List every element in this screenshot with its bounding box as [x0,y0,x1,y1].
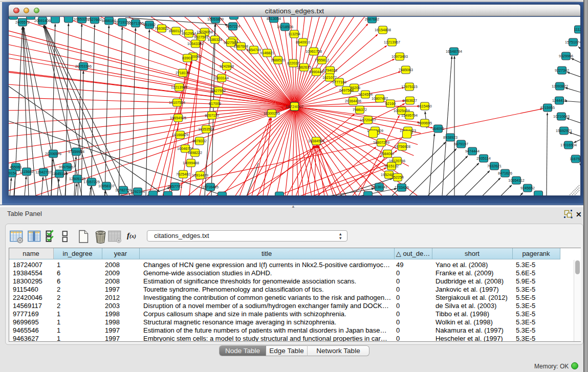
svg-text:8813054: 8813054 [267,17,281,21]
svg-text:6679197: 6679197 [454,141,468,146]
svg-text:7663822: 7663822 [155,26,169,30]
svg-text:8660124: 8660124 [169,28,183,33]
svg-text:10543382: 10543382 [187,41,204,46]
svg-text:455061: 455061 [10,164,22,169]
svg-text:16154808: 16154808 [375,27,391,32]
svg-text:12942737: 12942737 [35,169,52,174]
svg-text:15720407: 15720407 [360,117,376,122]
svg-text:9245652: 9245652 [520,185,535,190]
svg-text:10107554: 10107554 [169,100,185,104]
svg-text:19756928: 19756928 [394,144,410,148]
svg-text:16671355: 16671355 [127,20,144,25]
svg-text:20206576: 20206576 [45,151,61,156]
svg-text:751552: 751552 [143,22,156,27]
svg-text:7986372: 7986372 [353,107,367,112]
svg-text:2718176: 2718176 [176,70,190,75]
svg-text:2803144: 2803144 [214,75,229,80]
svg-text:1292344: 1292344 [130,189,145,193]
svg-text:7955812: 7955812 [315,57,329,62]
svg-text:8471626: 8471626 [498,170,512,175]
svg-text:18807249: 18807249 [373,140,389,144]
svg-text:8878332: 8878332 [192,138,207,143]
svg-text:12213967: 12213967 [384,39,400,44]
svg-text:9474444: 9474444 [465,148,480,153]
svg-text:17016504: 17016504 [560,142,577,147]
svg-text:39154: 39154 [9,170,17,175]
svg-text:9327503: 9327503 [194,34,208,39]
svg-text:10807487: 10807487 [372,96,388,100]
svg-text:19384554: 19384554 [308,138,324,143]
svg-text:9329966: 9329966 [559,53,573,58]
svg-text:116753: 116753 [570,156,580,161]
svg-text:1621072: 1621072 [322,75,337,79]
svg-text:10961758: 10961758 [306,49,322,53]
svg-text:2087682: 2087682 [365,17,379,21]
svg-text:113254: 113254 [288,31,300,36]
svg-text:8215955: 8215955 [540,105,555,110]
svg-text:12975115: 12975115 [401,84,417,89]
svg-text:11123: 11123 [574,27,580,31]
svg-text:9457791: 9457791 [168,184,182,188]
svg-text:11353594: 11353594 [198,126,214,131]
svg-text:8454749: 8454749 [247,47,261,52]
svg-text:8267110: 8267110 [205,113,219,117]
svg-text:15751074: 15751074 [565,39,580,44]
svg-text:10914479: 10914479 [192,172,208,177]
svg-text:9242848: 9242848 [220,63,234,68]
svg-text:1588520: 1588520 [271,57,285,62]
svg-text:2867608: 2867608 [234,43,248,48]
svg-text:9463627: 9463627 [403,98,417,102]
svg-text:164095: 164095 [432,126,444,130]
svg-text:8938923: 8938923 [443,135,458,139]
svg-text:6497568: 6497568 [339,87,354,92]
svg-text:252254: 252254 [391,174,404,179]
svg-text:1615132: 1615132 [384,163,399,168]
svg-text:20691406: 20691406 [34,18,51,23]
svg-text:20053346: 20053346 [75,63,92,68]
svg-text:99975867: 99975867 [59,164,75,169]
svg-text:83903: 83903 [182,55,192,60]
svg-text:1244415: 1244415 [552,98,567,102]
svg-text:1527602: 1527602 [88,17,102,21]
svg-text:20364436: 20364436 [345,98,361,103]
svg-text:7625402: 7625402 [176,171,190,176]
svg-text:9777169: 9777169 [332,79,346,84]
svg-text:2405572: 2405572 [15,19,30,24]
svg-text:8186328: 8186328 [208,37,222,41]
svg-text:19218506: 19218506 [277,24,293,29]
svg-text:12213989: 12213989 [171,84,187,89]
svg-text:617006: 617006 [209,101,221,105]
svg-text:15716485: 15716485 [202,184,219,189]
svg-text:9699695: 9699695 [418,120,432,125]
svg-text:11645194: 11645194 [51,171,67,176]
svg-text:5498222: 5498222 [188,150,202,155]
svg-text:9084067: 9084067 [380,151,395,156]
svg-text:9115460: 9115460 [418,103,431,108]
svg-text:62160: 62160 [385,101,396,105]
svg-text:1562615: 1562615 [297,64,311,69]
svg-text:9146821: 9146821 [260,50,274,55]
svg-text:10958107: 10958107 [98,183,115,188]
svg-text:6990448: 6990448 [309,69,323,74]
svg-text:15136141: 15136141 [371,184,387,189]
svg-text:1115682: 1115682 [20,169,34,173]
svg-text:16648784: 16648784 [446,49,462,53]
svg-text:9227342: 9227342 [555,68,569,72]
svg-text:18300295: 18300295 [264,111,280,115]
svg-text:6794028: 6794028 [323,68,337,72]
svg-text:16782759: 16782759 [115,187,132,192]
svg-text:15692971: 15692971 [556,128,572,133]
svg-text:17357225: 17357225 [83,179,100,184]
svg-text:19654925: 19654925 [170,115,186,120]
svg-text:12093872: 12093872 [552,83,568,88]
svg-text:7485063: 7485063 [399,67,413,72]
svg-text:10654112: 10654112 [508,178,524,182]
svg-text:10973493: 10973493 [391,54,408,58]
svg-text:7632621: 7632621 [487,163,502,168]
svg-text:7857224: 7857224 [226,24,240,28]
svg-text:16053809: 16053809 [207,17,224,21]
svg-text:17359924: 17359924 [68,149,84,154]
svg-text:15495794: 15495794 [401,113,418,117]
svg-text:2935114: 2935114 [476,156,490,160]
svg-text:10210643: 10210643 [553,114,570,118]
